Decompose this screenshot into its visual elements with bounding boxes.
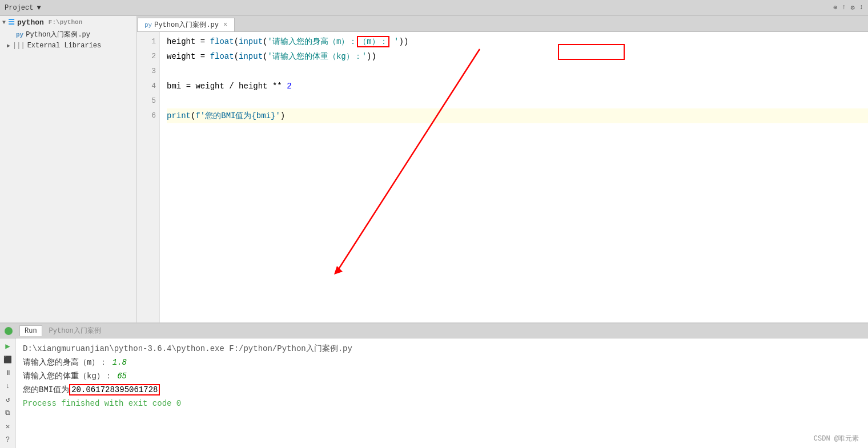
line-num-4: 4 [137, 79, 159, 94]
watermark: CSDN @唯元素 [814, 434, 859, 443]
sidebar-external-libraries[interactable]: ▶ ||| External Libraries [0, 41, 136, 51]
run-result-value: 20.061728395061728 [69, 384, 160, 395]
tab-close-button[interactable]: × [223, 21, 227, 29]
py-file-icon: py [16, 31, 23, 38]
up-icon[interactable]: ↑ [842, 3, 846, 12]
collapse-icon: ▼ [2, 19, 6, 26]
stop-button[interactable]: ⬛ [2, 354, 14, 366]
settings-icon[interactable]: ⚙ [851, 3, 855, 12]
project-label: Project [5, 4, 33, 12]
code-line-4: bmi = weight / height ** 2 [167, 79, 868, 94]
run-status-icon [5, 327, 13, 335]
top-bar: Project ▼ ⊕ ↑ ⚙ ↕ [0, 0, 868, 16]
sidebar-file-item[interactable]: py Python入门案例.py [0, 29, 136, 41]
code-line-6: print(f'您的BMI值为{bmi}') [167, 108, 868, 123]
code-line-3 [167, 64, 868, 79]
pause-button[interactable]: ⏸ [2, 368, 14, 379]
code-line-1: height = float(input('请输入您的身高（m）：（m）： ')… [167, 34, 868, 49]
clear-button[interactable]: ✕ [2, 421, 14, 433]
tab-filename: Python入门案例.py [154, 20, 219, 30]
run-line-height: 请输入您的身高（m）： 1.8 [23, 356, 861, 369]
editor-area: py Python入门案例.py × 1 2 3 4 5 6 [137, 16, 868, 322]
code-line-5 [167, 94, 868, 108]
code-line-2: weight = float(input('请输入您的体重（kg）：')) [167, 49, 868, 64]
main-layout: ▼ ☰ python F:\python py Python入门案例.py ▶ … [0, 16, 868, 322]
run-input2: 65 [117, 372, 127, 381]
run-content: D:\xiangmuruanjian\python-3.6.4\python.e… [16, 338, 868, 448]
line-num-3: 3 [137, 64, 159, 79]
run-toolbar: ▶ ⬛ ⏸ ↓ ↺ ⧉ ✕ ? [0, 338, 16, 448]
run-input1: 1.8 [112, 358, 127, 367]
line-num-1: 1 [137, 34, 159, 49]
run-result-line: 您的BMI值为20.061728395061728 [23, 383, 861, 397]
sidebar-python-label: python [17, 18, 44, 27]
run-exit-line: Process finished with exit code 0 [23, 397, 861, 410]
add-icon[interactable]: ⊕ [833, 3, 837, 12]
code-content[interactable]: height = float(input('请输入您的身高（m）：（m）： ')… [160, 32, 868, 322]
sidebar-path: F:\python [49, 19, 82, 26]
run-prompt1: 请输入您的身高（m）： [23, 358, 107, 367]
step-button[interactable]: ↓ [2, 381, 14, 393]
run-line-weight: 请输入您的体重（kg）： 65 [23, 369, 861, 383]
run-panel: ▶ ⬛ ⏸ ↓ ↺ ⧉ ✕ ? D:\xiangmuruanjian\pytho… [0, 338, 868, 448]
split-icon[interactable]: ↕ [859, 3, 863, 12]
line-num-2: 2 [137, 49, 159, 64]
external-label: External Libraries [27, 42, 102, 50]
bottom-panel: Run Python入门案例 ▶ ⬛ ⏸ ↓ ↺ ⧉ ✕ ? D:\xiangm… [0, 322, 868, 448]
sidebar-project-section[interactable]: ▼ ☰ python F:\python [0, 16, 136, 29]
tab-py-icon: py [144, 22, 152, 29]
help-button[interactable]: ? [2, 435, 14, 446]
code-editor: 1 2 3 4 5 6 height = float(input('请输入您的身… [137, 32, 868, 322]
library-icon: ||| [13, 42, 25, 50]
run-tab[interactable]: Run [19, 325, 42, 336]
sidebar: ▼ ☰ python F:\python py Python入门案例.py ▶ … [0, 16, 137, 322]
run-cmd-text: D:\xiangmuruanjian\python-3.6.4\python.e… [23, 344, 352, 353]
run-button[interactable]: ▶ [2, 341, 14, 352]
python-icon: ☰ [8, 18, 15, 27]
editor-tab-bar: py Python入门案例.py × [137, 16, 868, 32]
copy-button[interactable]: ⧉ [2, 408, 14, 419]
dropdown-icon[interactable]: ▼ [37, 4, 41, 12]
sidebar-filename: Python入门案例.py [26, 30, 90, 39]
run-result-prefix: 您的BMI值为 [23, 385, 69, 394]
line-num-6: 6 [137, 108, 159, 123]
run-cmd-line: D:\xiangmuruanjian\python-3.6.4\python.e… [23, 342, 861, 356]
rerun-button[interactable]: ↺ [2, 394, 14, 406]
line-numbers: 1 2 3 4 5 6 [137, 32, 160, 322]
line-num-5: 5 [137, 94, 159, 108]
run-project-label: Python入门案例 [49, 326, 101, 336]
toolbar-icons: ⊕ ↑ ⚙ ↕ [833, 3, 863, 12]
annotation-container: 1 2 3 4 5 6 height = float(input('请输入您的身… [137, 32, 868, 322]
bottom-tab-bar: Run Python入门案例 [0, 324, 868, 338]
run-prompt2: 请输入您的体重（kg）： [23, 372, 112, 381]
run-exit-text: Process finished with exit code 0 [23, 399, 181, 408]
active-tab[interactable]: py Python入门案例.py × [137, 18, 235, 31]
external-collapse-icon: ▶ [7, 42, 10, 49]
